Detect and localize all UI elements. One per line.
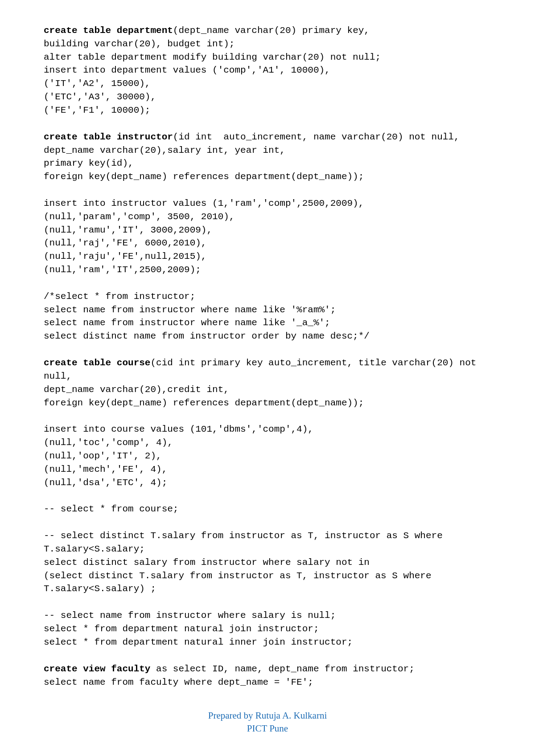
code-block-3: insert into instructor values (1,'ram','… bbox=[44, 197, 491, 277]
page-footer: Prepared by Rutuja A. Kulkarni PICT Pune bbox=[0, 709, 535, 735]
code-text: -- select distinct T.salary from instruc… bbox=[44, 531, 448, 594]
bold-keyword: create table department bbox=[44, 25, 173, 36]
code-block-10: create view faculty as select ID, name, … bbox=[44, 662, 491, 689]
code-block-9: -- select name from instructor where sal… bbox=[44, 609, 491, 649]
code-text: (dept_name varchar(20) primary key, buil… bbox=[44, 25, 381, 115]
code-text: /*select * from instructor; select name … bbox=[44, 291, 370, 341]
code-block-6: insert into course values (101,'dbms','c… bbox=[44, 423, 491, 489]
code-text: -- select name from instructor where sal… bbox=[44, 610, 353, 647]
bold-keyword: create table instructor bbox=[44, 132, 173, 142]
footer-author: Prepared by Rutuja A. Kulkarni bbox=[0, 709, 535, 722]
code-text: insert into instructor values (1,'ram','… bbox=[44, 198, 364, 275]
code-block-1: create table department(dept_name varcha… bbox=[44, 24, 491, 117]
code-block-2: create table instructor(id int auto_incr… bbox=[44, 131, 491, 184]
code-text: insert into course values (101,'dbms','c… bbox=[44, 424, 313, 487]
footer-institution: PICT Pune bbox=[0, 722, 535, 735]
code-block-8: -- select distinct T.salary from instruc… bbox=[44, 529, 491, 596]
bold-keyword: create view faculty bbox=[44, 664, 150, 674]
bold-keyword: create table course bbox=[44, 358, 150, 368]
code-block-5: create table course(cid int primary key … bbox=[44, 356, 491, 409]
code-block-7: -- select * from course; bbox=[44, 503, 491, 516]
code-block-4: /*select * from instructor; select name … bbox=[44, 290, 491, 343]
code-text: -- select * from course; bbox=[44, 504, 178, 514]
